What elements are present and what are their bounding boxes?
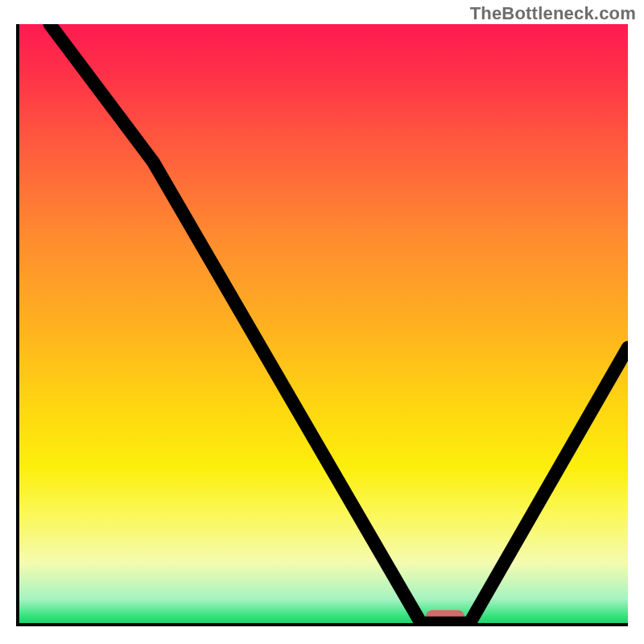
bottleneck-curve-path: [50, 24, 628, 623]
chart-frame: TheBottleneck.com: [0, 0, 644, 644]
curve-svg: [19, 24, 628, 623]
watermark-label: TheBottleneck.com: [470, 3, 636, 24]
plot-area: [16, 24, 628, 626]
